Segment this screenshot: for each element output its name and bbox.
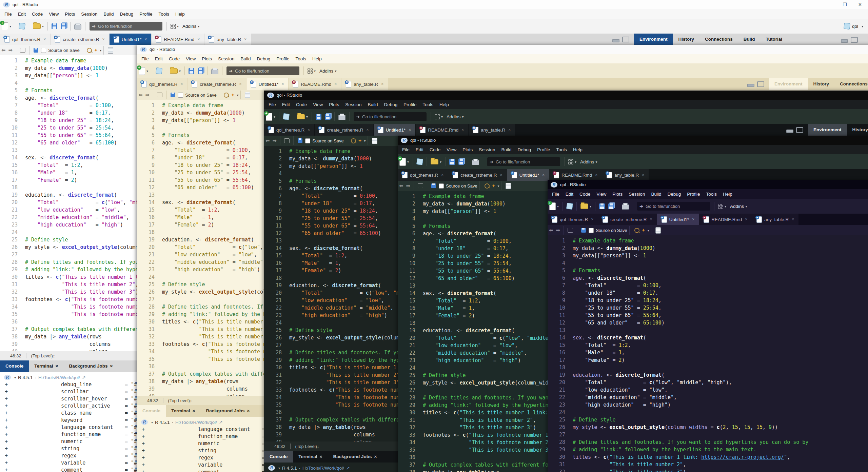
tab-close-icon[interactable]: × [197,37,200,42]
menu-item-view[interactable]: View [183,56,199,61]
save-button[interactable] [171,93,175,97]
tab-close-icon[interactable]: × [180,82,183,86]
tab-close-icon[interactable]: × [102,37,105,42]
menu-item-debug[interactable]: Debug [254,56,273,61]
editor-tab-create-rstheme-r[interactable]: create_rstheme.R× [448,169,507,181]
pane-tab-environment[interactable]: Environment [769,78,808,90]
tab-close-icon[interactable]: × [595,173,597,177]
menu-item-plots[interactable]: Plots [199,56,215,61]
pane-minimize-icon[interactable] [612,39,619,42]
code-tools-icon[interactable]: ✦ [231,92,235,98]
save-button[interactable] [316,114,321,120]
pane-maximize-icon[interactable] [622,37,629,42]
back-button[interactable]: ⬅ [138,92,143,98]
scope-indicator[interactable]: (Top Level) [168,398,190,403]
menu-item-edit[interactable]: Edit [152,56,166,61]
code-tools-icon[interactable]: ✦ [94,47,98,53]
menu-item-session[interactable]: Session [342,102,364,107]
tab-close-icon[interactable]: × [374,451,377,463]
menu-item-session[interactable]: Session [476,147,498,152]
menu-item-file[interactable]: File [549,192,563,197]
menu-item-profile[interactable]: Profile [136,12,155,17]
save-button[interactable] [449,159,455,165]
tab-close-icon[interactable]: × [193,405,195,417]
pane-layout-button[interactable]: ▾ [718,204,726,209]
tab-close-icon[interactable]: × [409,127,411,132]
pane-minimize-icon[interactable] [841,39,848,43]
menu-item-code[interactable]: Code [576,192,593,197]
save-button[interactable] [298,138,302,143]
menu-item-file[interactable]: File [1,12,15,17]
new-file-button[interactable]: ▾ [399,158,409,166]
pane-tab-tutorial[interactable]: Tutorial [761,34,788,45]
save-button[interactable] [599,203,605,209]
save-all-button[interactable] [198,68,203,74]
forward-button[interactable]: ➡ [406,183,411,189]
menu-item-profile[interactable]: Profile [400,102,419,107]
editor-tab-create-rstheme-r[interactable]: create_rstheme.R× [188,78,246,90]
menu-item-view[interactable]: View [310,102,326,107]
pane-tab-build[interactable]: Build [738,34,761,45]
open-in-window-button[interactable] [20,48,25,53]
tab-close-icon[interactable]: × [244,37,246,42]
tab-close-icon[interactable]: × [56,360,58,372]
pane-tab-environment[interactable]: Environment [808,124,847,136]
pane-layout-button[interactable]: ▾ [171,24,179,29]
console-tab-console[interactable]: Console [264,451,293,463]
menu-item-debug[interactable]: Debug [117,12,136,17]
new-file-button[interactable]: ▾ [549,202,559,210]
menu-item-plots[interactable]: Plots [62,12,78,17]
editor-tab-untitled1-[interactable]: Untitled1*× [246,78,289,90]
tab-close-icon[interactable]: × [144,37,147,42]
forward-button[interactable]: ➡ [273,138,277,144]
open-file-button[interactable]: ▾ [170,68,181,74]
editor-tab-untitled1-[interactable]: Untitled1*× [374,124,416,136]
search-icon[interactable] [634,228,639,233]
tab-close-icon[interactable]: × [500,173,502,177]
menu-item-view[interactable]: View [443,147,459,152]
console-tab-console[interactable]: Console [0,360,29,372]
tab-close-icon[interactable]: × [461,127,464,132]
compile-notebook-icon[interactable] [108,47,113,54]
close-button[interactable]: ✕ [858,2,862,7]
tab-close-icon[interactable]: × [508,127,511,132]
tab-close-icon[interactable]: × [745,217,747,222]
save-all-button[interactable] [458,159,464,165]
print-button[interactable] [338,114,346,120]
tab-close-icon[interactable]: × [650,217,652,222]
new-project-button[interactable] [19,23,25,29]
pane-tab-history[interactable]: History [847,124,868,136]
menu-item-help[interactable]: Help [570,147,586,152]
source-on-save-checkbox[interactable] [589,228,594,233]
menu-item-build[interactable]: Build [498,147,514,152]
save-all-button[interactable] [61,23,66,29]
open-file-button[interactable]: ▾ [33,23,44,29]
tab-close-icon[interactable]: × [247,405,250,417]
open-in-window-button[interactable] [157,93,162,97]
editor-tab-readme-rmd[interactable]: README.Rmd× [416,124,468,136]
search-icon[interactable] [224,93,229,98]
compile-notebook-icon[interactable] [506,183,511,189]
pane-layout-button[interactable]: ▾ [435,114,443,119]
editor-tab-readme-rmd[interactable]: README.Rmd× [289,78,341,90]
menu-item-build[interactable]: Build [237,56,254,61]
menu-item-code[interactable]: Code [293,102,310,107]
back-button[interactable]: ⬅ [1,47,6,53]
minimize-button[interactable]: — [827,2,831,7]
new-project-button[interactable] [283,114,289,120]
menu-item-help[interactable]: Help [309,56,325,61]
pane-tab-environment[interactable]: Environment [634,34,673,45]
tab-close-icon[interactable]: × [281,82,284,86]
tab-close-icon[interactable]: × [110,360,113,372]
pane-tab-history[interactable]: History [673,34,700,45]
tab-close-icon[interactable]: × [308,127,310,132]
pane-minimize-icon[interactable] [747,84,754,87]
new-file-button[interactable]: ▾ [2,22,11,30]
editor-tab-qol-themes-r[interactable]: qol_themes.R× [264,124,314,136]
menu-item-edit[interactable]: Edit [279,102,293,107]
menu-item-code[interactable]: Code [29,12,46,17]
menu-item-plots[interactable]: Plots [609,192,626,197]
menu-item-tools[interactable]: Tools [703,192,720,197]
source-on-save-checkbox[interactable] [439,183,444,189]
save-button[interactable] [189,68,194,74]
